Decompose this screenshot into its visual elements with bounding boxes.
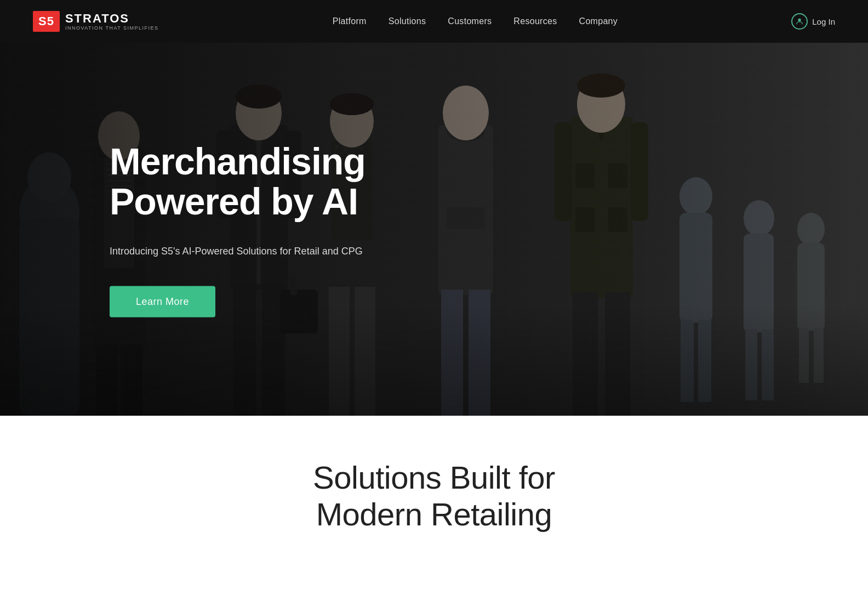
- hero-content: Merchandising Powered by AI Introducing …: [110, 141, 406, 318]
- logo-badge: S5: [33, 11, 60, 32]
- login-button[interactable]: Log In: [791, 13, 835, 30]
- solutions-section: Solutions Built for Modern Retailing: [0, 416, 868, 554]
- solutions-title-line1: Solutions Built for: [33, 460, 835, 496]
- hero-subtitle: Introducing S5's AI-Powered Solutions fo…: [110, 243, 406, 258]
- learn-more-button[interactable]: Learn More: [110, 286, 215, 317]
- nav-links: Platform Solutions Customers Resources C…: [333, 16, 618, 26]
- logo-tagline: INNOVATION THAT SIMPLIFIES: [65, 25, 159, 31]
- hero-title: Merchandising Powered by AI: [110, 141, 406, 222]
- nav-resources[interactable]: Resources: [513, 16, 557, 26]
- logo-name: STRATOS: [65, 12, 159, 25]
- nav-solutions[interactable]: Solutions: [389, 16, 426, 26]
- login-label: Log In: [812, 17, 835, 26]
- main-nav: S5 STRATOS INNOVATION THAT SIMPLIFIES Pl…: [0, 0, 868, 43]
- nav-customers[interactable]: Customers: [448, 16, 492, 26]
- nav-company[interactable]: Company: [579, 16, 618, 26]
- login-icon: [791, 13, 808, 30]
- hero-section: Merchandising Powered by AI Introducing …: [0, 43, 868, 416]
- logo-link[interactable]: S5 STRATOS INNOVATION THAT SIMPLIFIES: [33, 11, 159, 32]
- nav-platform[interactable]: Platform: [333, 16, 367, 26]
- svg-point-0: [798, 19, 801, 21]
- solutions-title-line2: Modern Retailing: [33, 496, 835, 533]
